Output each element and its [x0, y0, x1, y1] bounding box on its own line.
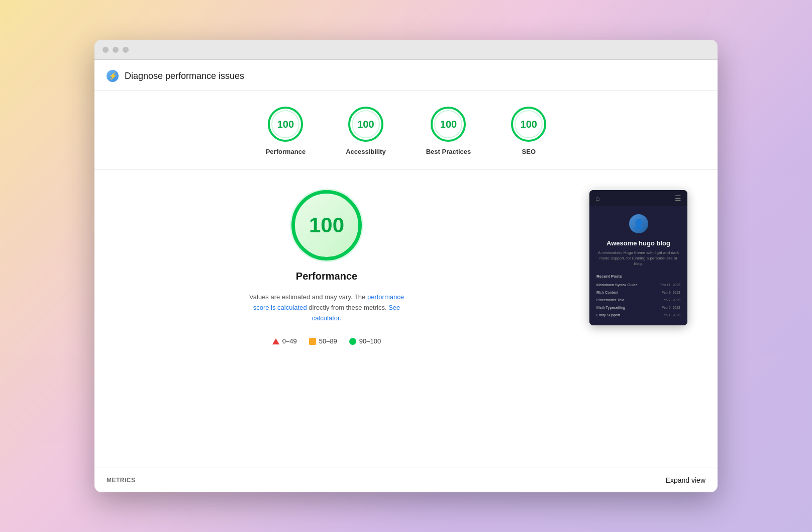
list-item: Math Typesetting Feb 5, 2023 [596, 305, 680, 310]
score-value-performance: 100 [277, 119, 294, 130]
legend-item-good: 90–100 [349, 337, 381, 345]
preview-site-description: A minimalistic Hugo theme with light and… [596, 250, 680, 267]
score-value-seo: 100 [521, 119, 537, 130]
legend-label-bad: 0–49 [282, 337, 297, 345]
score-circle-best-practices: 100 [431, 107, 466, 142]
score-performance: 100 Performance [266, 107, 306, 155]
vertical-divider [559, 190, 559, 448]
legend-item-medium: 50–89 [309, 337, 337, 345]
expand-view-button[interactable]: Expand view [666, 476, 705, 484]
score-circle-seo: 100 [511, 107, 546, 142]
circle-icon [349, 338, 356, 345]
legend-label-good: 90–100 [359, 337, 381, 345]
score-value-accessibility: 100 [357, 119, 374, 130]
page-title: Diagnose performance issues [125, 71, 244, 81]
preview-site-title: Awesome hugo blog [596, 239, 680, 247]
legend: 0–49 50–89 90–100 [272, 337, 381, 345]
post-title-4: Emoji Support [596, 313, 620, 317]
post-date-0: Feb 11, 2023 [660, 283, 680, 287]
score-label-seo: SEO [522, 148, 536, 155]
score-best-practices: 100 Best Practices [426, 107, 471, 155]
post-date-2: Feb 7, 2023 [662, 298, 680, 302]
preview-recent-posts-label: Recent Posts [596, 274, 680, 279]
site-preview-card: ⌂ ☰ 👤 Awesome hugo blog A minimalistic H… [589, 190, 687, 325]
main-score-label: Performance [296, 271, 357, 282]
footer-bar: METRICS Expand view [94, 468, 718, 492]
left-panel: 100 Performance Values are estimated and… [125, 190, 529, 345]
avatar: 👤 [629, 214, 648, 233]
triangle-icon [272, 338, 279, 344]
score-label-performance: Performance [266, 148, 306, 155]
score-circle-performance: 100 [268, 107, 303, 142]
post-title-1: Rich Content [596, 290, 618, 295]
list-item: Placeholder Text Feb 7, 2023 [596, 298, 680, 302]
header-icon: ⚡ [107, 70, 119, 82]
titlebar [94, 40, 718, 60]
score-accessibility: 100 Accessibility [346, 107, 386, 155]
list-item: Rich Content Feb 9, 2023 [596, 290, 680, 295]
preview-topbar: ⌂ ☰ [589, 190, 687, 206]
main-score-value: 100 [309, 213, 344, 237]
list-item: Emoji Support Feb 1, 2023 [596, 313, 680, 317]
description-prefix: Values are estimated and may vary. The [249, 293, 367, 301]
score-value-best-practices: 100 [440, 119, 457, 130]
traffic-light-minimize[interactable] [113, 47, 119, 53]
metrics-label: METRICS [107, 477, 136, 484]
header: ⚡ Diagnose performance issues [94, 60, 718, 91]
right-panel: ⌂ ☰ 👤 Awesome hugo blog A minimalistic H… [589, 190, 687, 325]
preview-post-list: Markdown Syntax Guide Feb 11, 2023 Rich … [596, 283, 680, 317]
post-date-3: Feb 5, 2023 [662, 306, 680, 309]
home-icon: ⌂ [595, 194, 599, 202]
post-title-2: Placeholder Text [596, 298, 624, 302]
score-description: Values are estimated and may vary. The p… [241, 292, 412, 323]
post-date-4: Feb 1, 2023 [662, 313, 680, 317]
score-label-best-practices: Best Practices [426, 148, 471, 155]
post-title-0: Markdown Syntax Guide [596, 283, 638, 287]
main-window: ⚡ Diagnose performance issues 100 Perfor… [94, 40, 718, 492]
score-seo: 100 SEO [511, 107, 546, 155]
menu-icon: ☰ [675, 194, 681, 202]
legend-label-medium: 50–89 [319, 337, 337, 345]
main-content: 100 Performance Values are estimated and… [94, 170, 718, 468]
post-date-1: Feb 9, 2023 [662, 291, 680, 294]
score-label-accessibility: Accessibility [346, 148, 386, 155]
main-score-circle: 100 [291, 190, 362, 260]
list-item: Markdown Syntax Guide Feb 11, 2023 [596, 283, 680, 287]
score-circle-accessibility: 100 [348, 107, 383, 142]
traffic-light-close[interactable] [103, 47, 109, 53]
square-icon [309, 338, 316, 345]
legend-item-bad: 0–49 [272, 337, 297, 345]
preview-content: 👤 Awesome hugo blog A minimalistic Hugo … [589, 206, 687, 325]
description-middle: directly from these metrics. [307, 304, 389, 311]
traffic-light-maximize[interactable] [123, 47, 129, 53]
post-title-3: Math Typesetting [596, 305, 625, 310]
scores-section: 100 Performance 100 Accessibility 100 Be… [94, 91, 718, 170]
window-body: ⚡ Diagnose performance issues 100 Perfor… [94, 60, 718, 492]
